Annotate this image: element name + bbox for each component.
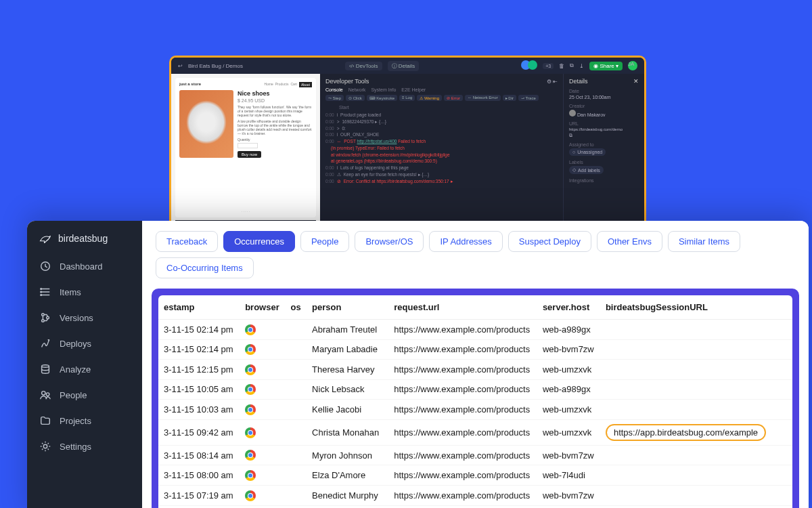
tab-occurrences[interactable]: Occurrences	[223, 231, 295, 252]
buy-button[interactable]: Buy now	[238, 151, 261, 158]
svg-point-10	[43, 444, 47, 448]
devtools-tab[interactable]: E2E Helper	[401, 87, 426, 92]
logo-text: birdeatsbug	[58, 233, 108, 244]
sidebar-item-people[interactable]: People	[27, 382, 142, 408]
table-row[interactable]: 3-11-15 08:14 amMyron Johnsonhttps://www…	[158, 445, 792, 465]
chrome-icon	[245, 344, 256, 355]
table-row[interactable]: 3-11-15 10:05 amNick Lebsackhttps://www.…	[158, 379, 792, 400]
sidebar-item-projects[interactable]: Projects	[27, 408, 142, 433]
tab-other-envs[interactable]: Other Envs	[597, 231, 662, 252]
column-header[interactable]: estamp	[158, 295, 240, 320]
svg-point-2	[41, 291, 42, 293]
sidebar-item-versions[interactable]: Versions	[27, 305, 142, 331]
column-header[interactable]: browser	[240, 295, 285, 320]
chrome-icon	[245, 427, 256, 438]
product-image	[179, 90, 233, 158]
chrome-icon	[245, 384, 256, 395]
chrome-icon	[245, 450, 256, 461]
tab-browser-os[interactable]: Browser/OS	[355, 231, 424, 252]
labels-chip[interactable]: ◇ Add labels	[569, 166, 604, 174]
back-icon[interactable]: ↩	[178, 63, 183, 69]
filter-pill[interactable]: ⊘ Error	[444, 95, 463, 101]
chrome-icon	[245, 470, 256, 481]
share-button[interactable]: ◉ Share ▾	[589, 62, 623, 70]
table-row[interactable]: 3-11-15 02:14 pmMaryam Labadiehttps://ww…	[158, 339, 792, 360]
tab-suspect-deploy[interactable]: Suspect Deploy	[508, 231, 591, 252]
sidebar: birdeatsbug DashboardItemsVersionsDeploy…	[27, 221, 142, 508]
versions-icon	[39, 312, 51, 324]
trash-icon[interactable]: 🗑	[559, 63, 564, 69]
devtools-window: ↩ Bird Eats Bug / Demos ‹/› DevTools ⓘ D…	[169, 56, 646, 245]
tab-traceback[interactable]: Traceback	[156, 231, 218, 252]
devtools-title: Developer Tools	[325, 78, 369, 85]
qty-input[interactable]	[238, 143, 258, 148]
column-header[interactable]: server.host	[537, 295, 600, 320]
table-row[interactable]: 3-11-15 08:00 amElza D'Amorehttps://www.…	[158, 465, 792, 486]
breadcrumb[interactable]: Bird Eats Bug / Demos	[188, 63, 243, 69]
column-header[interactable]: birdeatsbugSessionURL	[600, 295, 792, 320]
occurrences-table: estampbrowserospersonrequest.urlserver.h…	[158, 295, 792, 508]
svg-point-3	[41, 295, 42, 296]
filter-pill[interactable]: ↔ Network Error	[465, 95, 501, 101]
details-pill[interactable]: ⓘ Details	[388, 61, 420, 71]
sidebar-item-items[interactable]: Items	[27, 279, 142, 305]
table-body: 3-11-15 02:14 pmAbraham Treutelhttps://w…	[158, 320, 792, 509]
devtools-tab[interactable]: Network	[348, 87, 366, 92]
tab-ip-addresses[interactable]: IP Addresses	[429, 231, 502, 252]
sidebar-item-dashboard[interactable]: Dashboard	[27, 253, 142, 279]
store-name: just a store	[179, 82, 201, 87]
console-output: 0:00iProduct page loaded0:00>16982244293…	[325, 112, 558, 184]
devtools-topbar: ↩ Bird Eats Bug / Demos ‹/› DevTools ⓘ D…	[171, 58, 644, 74]
column-header[interactable]: person	[307, 295, 388, 320]
devtools-tab[interactable]: Console	[325, 87, 343, 92]
tab-people[interactable]: People	[300, 231, 349, 252]
close-icon[interactable]: ✕	[633, 78, 639, 85]
deploys-icon	[39, 337, 51, 350]
chrome-icon	[245, 404, 256, 415]
badge-count: +3	[543, 63, 554, 69]
settings-icon	[39, 440, 51, 452]
filter-pill[interactable]: ≡ Log	[399, 95, 415, 101]
filter-pill[interactable]: ⊙ Click	[346, 95, 365, 101]
filter-pill[interactable]: ⚠ Warning	[417, 95, 442, 101]
sidebar-item-analyze[interactable]: Analyze	[27, 356, 142, 382]
tab-co-occurring-items[interactable]: Co-Occurring Items	[156, 257, 254, 278]
collapse-icon[interactable]: ⇤	[553, 79, 558, 85]
table-row[interactable]: 3-11-15 06:35 amZena Botsfordhttps://www…	[158, 505, 792, 508]
nav-list: DashboardItemsVersionsDeploysAnalyzePeop…	[27, 253, 142, 459]
analyze-icon	[39, 363, 51, 375]
svg-point-6	[47, 316, 49, 319]
devtools-tabs: ConsoleNetworkSystem InfoE2E Helper	[325, 87, 558, 92]
assignee-chip[interactable]: ○ Unassigned	[569, 148, 606, 156]
projects-icon	[39, 415, 51, 427]
filter-pill[interactable]: ⌨ Keystroke	[367, 95, 397, 101]
items-icon	[39, 286, 51, 298]
sidebar-item-settings[interactable]: Settings	[27, 433, 142, 459]
bird-icon	[39, 234, 51, 243]
table-row[interactable]: 3-11-15 02:14 pmAbraham Treutelhttps://w…	[158, 320, 792, 340]
sidebar-item-deploys[interactable]: Deploys	[27, 331, 142, 356]
table-row[interactable]: 3-11-15 12:15 pmTheresa Harveyhttps://ww…	[158, 360, 792, 380]
table-row[interactable]: 3-11-15 10:03 amKellie Jacobihttps://www…	[158, 400, 792, 420]
copy-icon[interactable]: ⧉	[569, 133, 639, 138]
filter-pill[interactable]: ⤻ Trace	[518, 95, 539, 101]
svg-point-7	[42, 365, 49, 368]
tab-similar-items[interactable]: Similar Items	[668, 231, 740, 252]
user-avatar[interactable]: JA	[628, 61, 637, 70]
column-header[interactable]: request.url	[388, 295, 537, 320]
devtools-pill[interactable]: ‹/› DevTools	[345, 62, 382, 70]
filter-pill[interactable]: ⤳ Step	[325, 95, 344, 101]
table-row[interactable]: 3-11-15 09:42 amChrista Monahanhttps://w…	[158, 419, 792, 445]
main-content: TracebackOccurrencesPeopleBrowser/OSIP A…	[142, 221, 809, 508]
chrome-icon	[245, 364, 256, 375]
svg-point-8	[42, 391, 45, 395]
gear-icon[interactable]: ⚙	[547, 79, 551, 85]
table-row[interactable]: 3-11-15 07:19 amBenedict Murphyhttps://w…	[158, 485, 792, 505]
console-pane: Developer Tools ⚙ ⇤ ConsoleNetworkSystem…	[320, 74, 563, 245]
download-icon[interactable]: ⤓	[579, 63, 584, 69]
devtools-tab[interactable]: System Info	[371, 87, 396, 92]
logo[interactable]: birdeatsbug	[27, 230, 142, 253]
copy-icon[interactable]: ⧉	[570, 62, 574, 69]
filter-pill[interactable]: ▸ Dir	[503, 95, 516, 101]
column-header[interactable]: os	[286, 295, 307, 320]
